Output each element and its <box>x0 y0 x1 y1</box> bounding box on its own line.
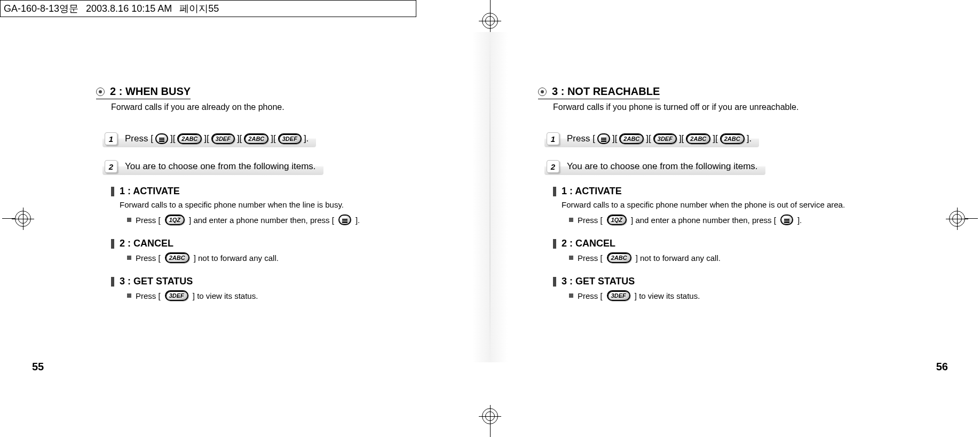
print-header: GA-160-8-13영문 2003.8.16 10:15 AM 페이지55 <box>0 0 416 17</box>
option-get-status: 3 : GET STATUS Press [ 3DEF ] to view it… <box>553 276 895 301</box>
bullseye-icon <box>538 88 547 96</box>
page-number-right: 56 <box>936 361 948 373</box>
crop-mark-right <box>949 211 978 227</box>
section-title-row: 2 : WHEN BUSY <box>96 85 191 99</box>
option-activate: 1 : ACTIVATE Forward calls to a specific… <box>553 186 895 225</box>
square-bullet-icon <box>569 218 573 222</box>
key-icon: 2ABC <box>177 133 202 144</box>
page-right: 3 : NOT REACHABLE Forward calls if you p… <box>490 32 932 362</box>
key-icon: 3DEF <box>165 290 188 301</box>
bullet-item: Press [ 1QZ ] and enter a phone number t… <box>569 214 895 225</box>
square-bullet-icon <box>569 293 573 298</box>
bullet-item: Press [ 3DEF ] to view its status. <box>127 290 453 301</box>
key-icon: 1QZ <box>607 214 627 225</box>
step-number-icon: 2 <box>547 160 559 173</box>
header-file: GA-160-8-13영문 <box>4 2 78 15</box>
header-extra: 페이지55 <box>179 2 219 15</box>
section-subtitle: Forward calls if you are already on the … <box>111 102 453 112</box>
step-2: 2 You are to choose one from the followi… <box>102 158 323 175</box>
square-bullet-icon <box>127 293 131 298</box>
step-number-icon: 1 <box>547 132 559 145</box>
square-bullet-icon <box>127 256 131 260</box>
bullet-item: Press [ 3DEF ] to view its status. <box>569 290 895 301</box>
step-1: 1 Press [ ][ 2ABC ][ 3DEF ][ 2ABC ][ 3DE… <box>102 130 316 147</box>
section-title-row: 3 : NOT REACHABLE <box>538 85 660 99</box>
gutter-shadow <box>489 32 491 362</box>
step-2-text: You are to choose one from the following… <box>125 161 316 172</box>
step-1-text: Press [ ][ 2ABC ][ 3DEF ][ 2ABC ][ 3DEF … <box>125 133 309 144</box>
bullet-item: Press [ 2ABC ] not to forward any call. <box>569 252 895 263</box>
key-icon: 3DEF <box>278 133 302 144</box>
bullet-item: Press [ 1QZ ] and enter a phone number t… <box>127 214 453 225</box>
bar-icon <box>111 187 114 196</box>
page-number-left: 55 <box>32 361 44 373</box>
menu-key-icon <box>780 214 793 225</box>
step-1-text: Press [ ][ 2ABC ][ 3DEF ][ 2ABC ][ 2ABC … <box>567 133 752 144</box>
step-1: 1 Press [ ][ 2ABC ][ 3DEF ][ 2ABC ][ 2AB… <box>544 130 759 147</box>
bullseye-icon <box>96 88 105 96</box>
bar-icon <box>553 239 556 249</box>
step-2: 2 You are to choose one from the followi… <box>544 158 765 175</box>
bar-icon <box>553 187 556 196</box>
crop-mark-left <box>2 211 31 227</box>
option-cancel: 2 : CANCEL Press [ 2ABC ] not to forward… <box>553 238 895 263</box>
bullet-item: Press [ 2ABC ] not to forward any call. <box>127 252 453 263</box>
key-icon: 3DEF <box>653 133 677 144</box>
key-icon: 3DEF <box>607 290 630 301</box>
key-icon: 2ABC <box>607 252 631 263</box>
key-icon: 2ABC <box>619 133 644 144</box>
key-icon: 2ABC <box>244 133 268 144</box>
key-icon: 3DEF <box>211 133 235 144</box>
crop-mark-bottom <box>482 408 498 437</box>
step-number-icon: 2 <box>105 160 117 173</box>
step-number-icon: 1 <box>105 132 117 145</box>
section-title: 2 : WHEN BUSY <box>110 85 191 98</box>
key-icon: 2ABC <box>686 133 710 144</box>
bar-icon <box>111 277 114 287</box>
header-timestamp: 2003.8.16 10:15 AM <box>86 3 172 14</box>
section-subtitle: Forward calls if you phone is turned off… <box>553 102 895 112</box>
key-icon: 2ABC <box>720 133 745 144</box>
step-2-text: You are to choose one from the following… <box>567 161 758 172</box>
section-title: 3 : NOT REACHABLE <box>552 85 660 98</box>
key-icon: 1QZ <box>165 214 185 225</box>
option-get-status: 3 : GET STATUS Press [ 3DEF ] to view it… <box>111 276 453 301</box>
menu-key-icon <box>597 133 610 144</box>
bar-icon <box>111 239 114 249</box>
menu-key-icon <box>338 214 351 225</box>
square-bullet-icon <box>569 256 573 260</box>
bar-icon <box>553 277 556 287</box>
page-left: 2 : WHEN BUSY Forward calls if you are a… <box>48 32 490 362</box>
key-icon: 2ABC <box>165 252 189 263</box>
square-bullet-icon <box>127 218 131 222</box>
option-cancel: 2 : CANCEL Press [ 2ABC ] not to forward… <box>111 238 453 263</box>
crop-mark-top <box>482 0 498 29</box>
menu-key-icon <box>155 133 168 144</box>
option-activate: 1 : ACTIVATE Forward calls to a specific… <box>111 186 453 225</box>
